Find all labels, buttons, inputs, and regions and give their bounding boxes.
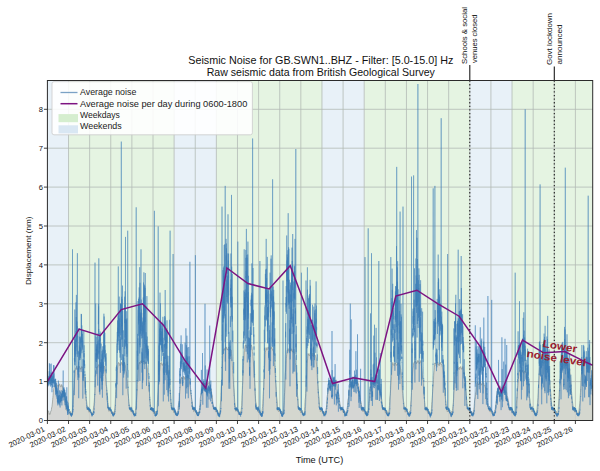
svg-text:announced: announced: [555, 25, 564, 65]
svg-text:3: 3: [39, 300, 43, 309]
svg-text:2: 2: [39, 339, 43, 348]
svg-text:venues closed: venues closed: [470, 15, 479, 64]
svg-text:Schools & social: Schools & social: [460, 7, 469, 64]
svg-text:Weekdays: Weekdays: [80, 110, 120, 120]
svg-text:5: 5: [39, 222, 43, 231]
svg-text:6: 6: [39, 183, 43, 192]
svg-text:Displacement (nm): Displacement (nm): [24, 216, 33, 285]
svg-text:Seismic Noise for GB.SWN1..BHZ: Seismic Noise for GB.SWN1..BHZ - Filter:…: [188, 55, 453, 66]
svg-text:Govt lockdown: Govt lockdown: [545, 13, 554, 65]
svg-text:7: 7: [39, 144, 43, 153]
svg-text:Time (UTC): Time (UTC): [296, 455, 344, 465]
svg-text:Average noise: Average noise: [80, 87, 136, 97]
svg-text:4: 4: [39, 261, 43, 270]
svg-text:Raw seismic data from British: Raw seismic data from British Geological…: [207, 67, 436, 78]
svg-text:Weekends: Weekends: [80, 121, 122, 131]
svg-text:1: 1: [39, 377, 43, 386]
svg-text:0: 0: [39, 416, 43, 425]
svg-text:Average noise per day during 0: Average noise per day during 0600-1800: [80, 99, 247, 109]
svg-text:8: 8: [39, 105, 43, 114]
